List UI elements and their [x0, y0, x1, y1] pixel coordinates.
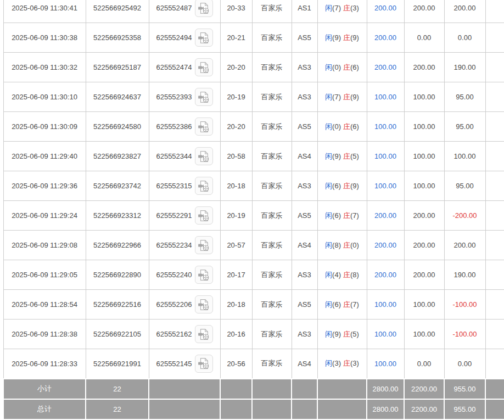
round-number-cell: 625552240 [149, 260, 220, 290]
bet-amount-cell: 200.00 [367, 0, 404, 23]
valid-bet-cell: 200.00 [404, 201, 444, 231]
bet-amount-link[interactable]: 100.00 [374, 360, 396, 368]
video-replay-button[interactable] [195, 236, 213, 254]
video-replay-button[interactable] [195, 355, 213, 373]
bet-amount-link[interactable]: 100.00 [374, 330, 396, 338]
summary-empty-cell [292, 399, 317, 419]
summary-empty-cell [317, 379, 367, 399]
bet-record-row: 2025-06-09 11:30:09 522566924580 6255523… [3, 112, 504, 142]
bet-amount-link[interactable]: 100.00 [374, 122, 396, 131]
banker-label: 庄 [343, 122, 350, 131]
summary-empty-cell [485, 399, 504, 419]
video-replay-button[interactable] [195, 295, 213, 313]
bet-record-row: 2025-06-09 11:28:33 522566921991 6255521… [3, 349, 504, 379]
bet-amount-link[interactable]: 200.00 [374, 241, 396, 249]
seat-cell: AS1 [292, 0, 317, 23]
banker-score: (3) [350, 359, 359, 367]
video-replay-icon [198, 180, 210, 192]
order-number-cell: 522566925358 [86, 23, 149, 53]
round-number-cell: 625552234 [149, 231, 220, 260]
win-loss-cell: -100.00 [444, 290, 485, 320]
round-number-cell: 625552386 [149, 112, 220, 142]
win-loss-cell: 190.00 [444, 53, 485, 82]
empty-cell [485, 23, 504, 53]
player-label: 闲 [325, 300, 332, 309]
empty-cell [485, 0, 504, 23]
bet-time-cell: 2025-06-09 11:30:41 [3, 0, 86, 23]
banker-label: 庄 [343, 4, 350, 12]
valid-bet-cell: 100.00 [404, 82, 444, 112]
bet-amount-link[interactable]: 200.00 [374, 4, 396, 12]
empty-cell [485, 142, 504, 171]
bet-amount-link[interactable]: 100.00 [374, 152, 396, 160]
banker-score: (7) [350, 300, 359, 309]
video-replay-button[interactable] [195, 58, 213, 76]
valid-bet-cell: 100.00 [404, 320, 444, 349]
win-loss-cell: -100.00 [444, 320, 485, 349]
banker-label: 庄 [343, 359, 350, 367]
win-loss-cell: 95.00 [444, 82, 485, 112]
result-cell: 闲(9)庄(5) [317, 320, 367, 349]
video-replay-button[interactable] [195, 117, 213, 136]
result-cell: 闲(8)庄(0) [317, 231, 367, 260]
seat-cell: AS3 [292, 171, 317, 201]
player-score: (0) [332, 122, 341, 131]
bet-time-cell: 2025-06-09 11:28:33 [3, 349, 86, 379]
win-loss-cell: 100.00 [444, 142, 485, 171]
video-replay-button[interactable] [195, 147, 213, 165]
bet-amount-link[interactable]: 200.00 [374, 271, 396, 279]
bet-record-row: 2025-06-09 11:30:10 522566924637 6255523… [3, 82, 504, 112]
video-replay-button[interactable] [195, 177, 213, 195]
bet-amount-link[interactable]: 100.00 [374, 93, 396, 101]
summary-valid-total: 2200.00 [404, 399, 444, 419]
banker-score: (5) [350, 152, 359, 160]
bet-record-row: 2025-06-09 11:29:36 522566923742 6255523… [3, 171, 504, 201]
win-loss-cell: -200.00 [444, 201, 485, 231]
video-replay-button[interactable] [195, 325, 213, 343]
seat-cell: AS5 [292, 112, 317, 142]
bet-amount-link[interactable]: 200.00 [374, 63, 396, 71]
bet-amount-cell: 200.00 [367, 23, 404, 53]
seat-cell: AS4 [292, 142, 317, 171]
result-cell: 闲(4)庄(8) [317, 260, 367, 290]
player-score: (6) [332, 300, 341, 309]
valid-bet-cell: 200.00 [404, 231, 444, 260]
bet-time-cell: 2025-06-09 11:30:32 [3, 53, 86, 82]
summary-bet-total: 2800.00 [367, 399, 404, 419]
game-name-cell: 百家乐 [252, 53, 292, 82]
valid-bet-cell: 0.00 [404, 23, 444, 53]
win-loss-cell: 0.00 [444, 23, 485, 53]
video-replay-button[interactable] [195, 266, 213, 284]
game-name-cell: 百家乐 [252, 82, 292, 112]
summary-empty-cell [252, 379, 292, 399]
order-number-cell: 522566923312 [86, 201, 149, 231]
summary-valid-total: 2200.00 [404, 379, 444, 399]
bet-amount-cell: 200.00 [367, 53, 404, 82]
result-cell: 闲(7)庄(9) [317, 82, 367, 112]
bet-amount-link[interactable]: 100.00 [374, 300, 396, 309]
summary-empty-cell [149, 379, 220, 399]
result-cell: 闲(6)庄(7) [317, 201, 367, 231]
bet-amount-link[interactable]: 200.00 [374, 211, 396, 220]
empty-cell [485, 171, 504, 201]
banker-label: 庄 [343, 300, 350, 309]
video-replay-button[interactable] [195, 88, 213, 106]
video-replay-icon [198, 299, 210, 311]
round-number: 625552487 [156, 4, 192, 12]
bet-amount-link[interactable]: 200.00 [374, 33, 396, 42]
order-number-cell: 522566923742 [86, 171, 149, 201]
valid-bet-cell: 200.00 [404, 53, 444, 82]
bet-time-cell: 2025-06-09 11:30:38 [3, 23, 86, 53]
bet-amount-link[interactable]: 100.00 [374, 182, 396, 190]
player-score: (9) [332, 152, 341, 160]
video-replay-button[interactable] [195, 0, 213, 17]
bet-time-cell: 2025-06-09 11:30:09 [3, 112, 86, 142]
game-name-cell: 百家乐 [252, 349, 292, 379]
empty-cell [485, 290, 504, 320]
game-name-cell: 百家乐 [252, 290, 292, 320]
video-replay-button[interactable] [195, 206, 213, 225]
player-score: (7) [332, 4, 341, 12]
valid-bet-cell: 200.00 [404, 260, 444, 290]
video-replay-button[interactable] [195, 29, 213, 47]
round-number: 625552315 [156, 182, 192, 190]
